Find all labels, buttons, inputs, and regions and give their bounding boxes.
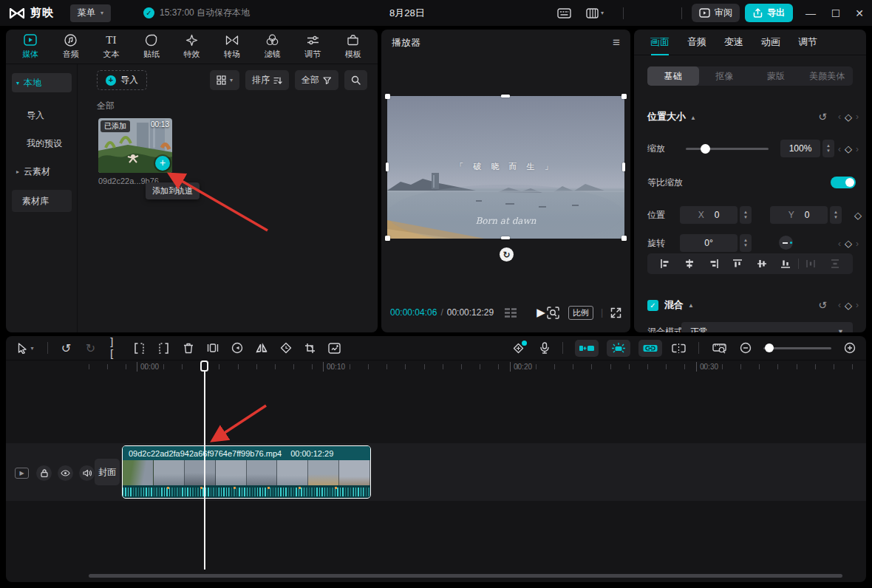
scale-value-field[interactable]: 100% [780,140,820,157]
split-icon[interactable]: ][ [109,342,121,355]
tab-sticker[interactable]: 贴纸 [132,33,172,60]
sidebar-item-library[interactable]: 素材库 [12,190,72,212]
reset-icon[interactable]: ↺ [818,299,827,311]
auto-linking-toggle[interactable] [607,340,630,357]
unlink-preview-icon[interactable] [670,342,687,355]
select-tool-button[interactable]: ▾ [16,342,35,355]
selection-handle[interactable] [501,236,510,239]
subtab-beauty[interactable]: 美颜美体 [802,66,854,86]
export-button[interactable]: 导出 [745,4,793,22]
undo-icon[interactable]: ↺ [60,342,72,355]
keyframe-prev-icon[interactable]: ‹ [838,112,841,122]
close-button[interactable]: ✕ [848,0,871,26]
filter-button[interactable]: 全部 [295,70,338,90]
tab-adjust-props[interactable]: 调节 [789,30,826,55]
selection-handle[interactable] [621,94,627,99]
shortcut-keyboard-icon[interactable] [557,8,571,18]
zoom-out-icon[interactable] [739,342,752,355]
position-x-field[interactable]: X 0 [680,206,738,224]
timeline-zoom-slider[interactable] [763,347,831,349]
flip-horizontal-icon[interactable] [255,342,268,355]
mirror-clip-icon[interactable] [206,342,219,355]
hide-track-button[interactable] [58,465,73,481]
selection-handle[interactable] [385,94,390,99]
play-button[interactable]: ▶ [537,306,545,319]
position-x-stepper[interactable]: ▲▼ [740,206,752,224]
blend-mode-select[interactable]: 正常 ▼ [681,322,853,332]
selection-handle[interactable] [501,95,510,98]
sort-button[interactable]: 排序 [245,70,289,90]
minimize-button[interactable]: — [800,0,822,26]
reverse-play-icon[interactable] [231,342,243,355]
keyframe-diamond-icon[interactable]: ◇ [845,300,852,311]
uniform-scale-toggle[interactable] [831,177,856,188]
subtab-cutout[interactable]: 抠像 [699,66,751,86]
keyframe-next-icon[interactable]: › [856,238,859,248]
tab-media[interactable]: 媒体 [10,33,51,60]
align-right-icon[interactable] [701,259,726,269]
keyframe-prev-icon[interactable]: ‹ [838,143,841,154]
playhead-handle[interactable] [200,360,208,372]
extract-audio-icon[interactable] [328,342,341,355]
subtab-mask[interactable]: 蒙版 [750,66,802,86]
rotation-dial[interactable] [779,236,793,250]
rotate-handle[interactable]: ↻ [500,247,514,261]
timeline-clip[interactable]: 09d2c22ad2fa942a66f9764e7ff99b76.mp4 00:… [122,445,371,499]
keyframe-prev-icon[interactable]: ‹ [838,238,841,248]
tab-transitions[interactable]: 转场 [212,33,253,60]
mute-track-button[interactable] [79,465,95,481]
selection-handle[interactable] [621,236,627,241]
collapse-icon[interactable]: ▲ [688,302,694,309]
keyframe-diamond-icon[interactable]: ◇ [845,143,852,154]
scale-stepper[interactable]: ▲▼ [822,140,834,157]
search-button[interactable] [344,70,367,90]
delete-icon[interactable] [182,342,194,355]
player-menu-icon[interactable]: ≡ [613,35,620,50]
menu-button[interactable]: 菜单 ▾ [70,4,111,22]
layout-switch-button[interactable]: ▾ [586,8,604,18]
tab-effects[interactable]: 特效 [171,33,212,60]
distribute-horizontal-icon[interactable] [799,259,823,269]
reset-icon[interactable]: ↺ [818,111,827,123]
keyframe-diamond-icon[interactable]: ◇ [854,210,862,221]
keyframe-diamond-icon[interactable]: ◇ [845,238,852,249]
blend-checkbox[interactable]: ✓ [647,300,658,311]
link-clips-toggle[interactable] [638,340,662,357]
tab-audio[interactable]: 音频 [51,33,92,60]
scale-slider[interactable] [686,148,769,150]
add-keyframe-button[interactable] [510,342,526,355]
preview-axis-icon[interactable] [711,342,727,355]
import-button[interactable]: + 导入 [97,70,147,90]
tab-animation[interactable]: 动画 [752,30,789,55]
align-center-horizontal-icon[interactable] [678,259,702,269]
selection-handle[interactable] [385,236,390,241]
sidebar-item-presets[interactable]: 我的预设 [12,134,72,153]
redo-icon[interactable]: ↻ [84,342,97,355]
rotation-field[interactable]: 0° [680,234,738,252]
view-mode-button[interactable]: ▾ [210,70,239,90]
tab-picture[interactable]: 画面 [641,30,678,55]
tab-speed[interactable]: 变速 [715,30,752,55]
keyframe-next-icon[interactable]: › [856,112,859,122]
align-bottom-icon[interactable] [774,259,798,269]
cover-button[interactable]: 封面 [95,459,120,485]
slider-knob[interactable] [765,343,774,352]
keyframe-next-icon[interactable]: › [856,300,859,310]
rotation-stepper[interactable]: ▲▼ [740,234,752,252]
align-left-icon[interactable] [653,259,678,269]
ratio-button[interactable]: 比例 [568,306,593,320]
sidebar-item-cloud[interactable]: ▸ 云素材 [12,162,72,181]
tab-adjust[interactable]: 调节 [293,33,333,60]
distribute-vertical-icon[interactable] [822,259,847,269]
keyframe-diamond-icon[interactable]: ◇ [845,112,852,123]
review-button[interactable]: 审阅 [692,4,740,22]
lock-track-button[interactable] [36,465,52,481]
collapse-icon[interactable]: ▲ [690,114,696,121]
sidebar-item-local[interactable]: ▾ 本地 [12,73,72,92]
keyframe-next-icon[interactable]: › [856,143,859,154]
rotate-clip-icon[interactable] [279,342,292,355]
preview-zoom-icon[interactable] [547,307,559,319]
media-thumbnail[interactable]: 已添加 00:13 + [98,118,172,173]
magnetic-snap-toggle[interactable] [575,340,599,357]
sidebar-item-import[interactable]: 导入 [12,106,72,125]
